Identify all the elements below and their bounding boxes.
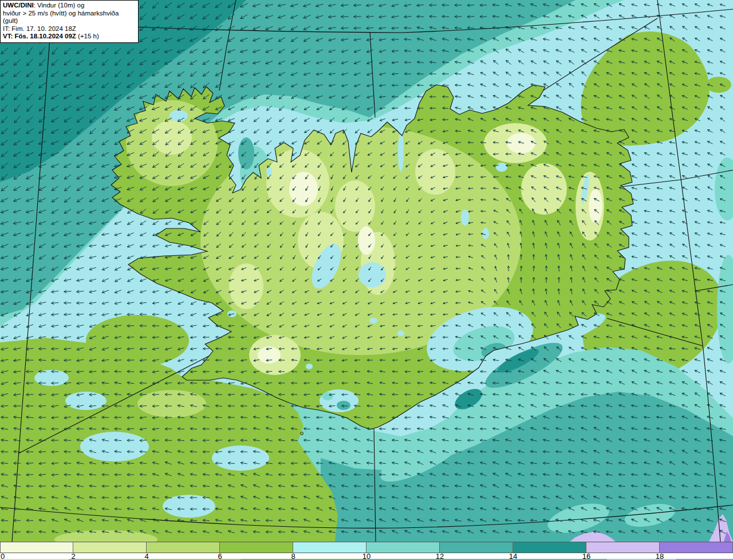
lake (227, 310, 237, 317)
ocean-patch-4-6 (137, 390, 206, 417)
info-line-1: UWC/DINI: Vindur (10m) og (3, 2, 135, 10)
ocean-hole-8-10 (65, 392, 107, 410)
model-name: UWC/DINI (3, 2, 34, 9)
colorbar-cell-10-12 (366, 542, 440, 553)
wind-speed-colorbar (0, 542, 733, 553)
land-patch-2-4 (152, 120, 192, 155)
glacier-core (322, 392, 333, 400)
colorbar-cell-0-2 (0, 542, 73, 553)
lake (306, 364, 313, 369)
land-core-0-2 (358, 226, 375, 255)
ocean-blob-6-8 (86, 315, 189, 366)
ocean-hole-8-10 (212, 445, 269, 471)
glacier-hofsjokull (358, 262, 386, 287)
westman-islands (301, 432, 304, 435)
colorbar-cell-2-4 (73, 542, 147, 553)
lake (482, 228, 489, 239)
lake (397, 330, 404, 336)
info-line-3: IT: Fim. 17. 10. 2024 18Z (3, 25, 135, 33)
weather-map-screenshot: UWC/DINI: Vindur (10m) og hviður > 25 m/… (0, 0, 733, 560)
info-line-4: VT: Fös. 18.10.2024 09Z (+15 h) (3, 33, 135, 41)
info-line-2: hviður > 25 m/s (hvítt) og hámarkshviða … (3, 10, 135, 25)
lake (496, 163, 507, 172)
colorbar-cell-8-10 (293, 542, 366, 553)
wind-map-canvas (0, 0, 733, 542)
colorbar-cell-12-14 (440, 542, 513, 553)
colorbar-cell-4-6 (147, 542, 220, 553)
bay-patch-12-14 (238, 137, 254, 169)
glacier-core (337, 401, 350, 410)
colorbar-cell-6-8 (220, 542, 293, 553)
colorbar-cell-16-18 (586, 542, 660, 553)
fjord-eyjafjordur (398, 132, 404, 172)
land-core-0-2 (589, 189, 602, 223)
forecast-info-box: UWC/DINI: Vindur (10m) og hviður > 25 m/… (0, 0, 139, 43)
lake (369, 318, 377, 324)
ocean-hole-8-10 (80, 432, 149, 462)
colorbar-cell-14-16 (513, 542, 586, 553)
valid-time: VT: Fös. 18.10.2024 09Z (3, 33, 76, 40)
ocean-blob-6-8 (706, 77, 731, 93)
colorbar-cell-18-20 (660, 542, 733, 553)
